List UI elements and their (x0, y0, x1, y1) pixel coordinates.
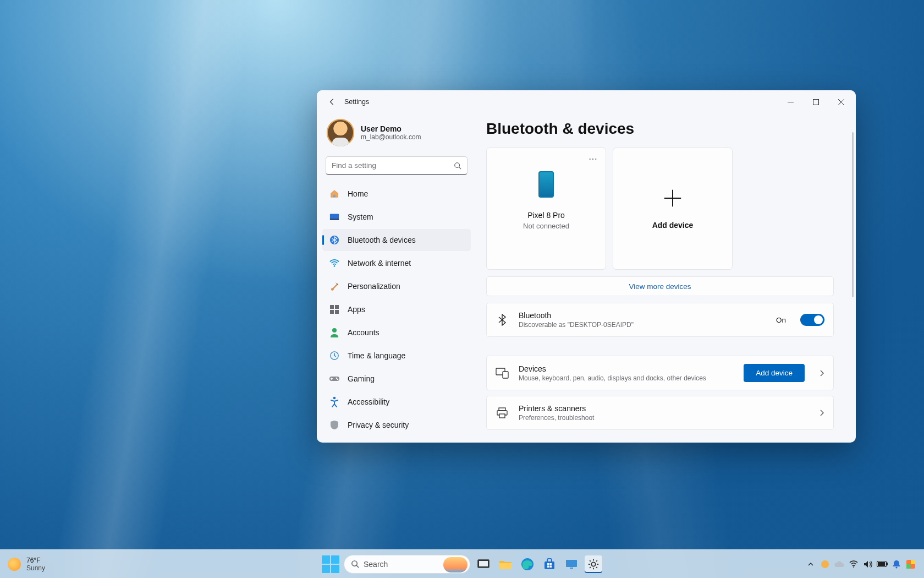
nav-home[interactable]: Home (322, 183, 471, 205)
svg-rect-28 (547, 563, 549, 565)
view-more-devices-label: View more devices (629, 282, 691, 291)
taskbar: 76°F Sunny Search (0, 549, 924, 578)
svg-point-16 (333, 397, 336, 400)
maximize-icon (813, 99, 819, 105)
nav-apps[interactable]: Apps (322, 298, 471, 320)
edge-icon (521, 558, 534, 571)
tray-app-icon-1[interactable] (820, 559, 831, 570)
nav-bluetooth-label: Bluetooth & devices (348, 236, 416, 244)
svg-rect-31 (550, 565, 552, 568)
view-more-devices-link[interactable]: View more devices (486, 276, 834, 296)
tray-battery-icon[interactable] (877, 559, 888, 570)
bluetooth-row-title: Bluetooth (519, 311, 766, 320)
nav-apps-label: Apps (348, 305, 365, 314)
tray-chevron-up-icon[interactable] (805, 559, 816, 570)
nav-network[interactable]: Network & internet (322, 252, 471, 274)
folder-icon (499, 559, 512, 570)
taskbar-explorer[interactable] (497, 555, 514, 573)
taskview-icon (477, 559, 490, 569)
nav-personalization[interactable]: Personalization (322, 275, 471, 297)
devices-row-subtitle: Mouse, keyboard, pen, audio, displays an… (519, 374, 734, 382)
taskbar-search[interactable]: Search (344, 555, 470, 574)
sidebar-search-input[interactable] (332, 161, 454, 170)
svg-rect-32 (566, 560, 577, 567)
devices-icon (496, 367, 509, 380)
nav-accessibility[interactable]: Accessibility (322, 391, 471, 413)
nav-gaming-label: Gaming (348, 374, 375, 383)
maximize-button[interactable] (803, 93, 828, 111)
device-card-status: Not connected (523, 222, 569, 230)
system-icon (329, 211, 340, 222)
add-device-card[interactable]: Add device (613, 148, 733, 270)
profile-email: m_lab@outlook.com (361, 133, 421, 141)
printers-row[interactable]: Printers & scanners Preferences, trouble… (486, 396, 834, 430)
sun-icon (8, 558, 21, 571)
tray-wifi-icon[interactable] (848, 559, 859, 570)
bluetooth-toggle[interactable] (800, 314, 824, 326)
nav-accounts[interactable]: Accounts (322, 321, 471, 343)
shield-icon (329, 419, 340, 430)
nav-time[interactable]: Time & language (322, 345, 471, 367)
search-icon (454, 162, 461, 170)
svg-point-36 (853, 566, 854, 568)
taskbar-tray (805, 559, 924, 570)
nav-bluetooth[interactable]: Bluetooth & devices (322, 229, 471, 251)
minimize-icon (788, 99, 794, 105)
svg-rect-4 (330, 219, 339, 220)
svg-rect-7 (330, 305, 334, 309)
device-card-more[interactable]: ⋯ (588, 154, 598, 164)
nav-privacy-label: Privacy & security (348, 421, 409, 429)
window-title: Settings (344, 98, 369, 106)
tray-onedrive-icon[interactable] (834, 559, 845, 570)
taskbar-search-placeholder: Search (364, 560, 388, 569)
monitor-icon (565, 559, 578, 570)
nav-system[interactable]: System (322, 206, 471, 228)
store-icon (543, 558, 556, 570)
add-device-button[interactable]: Add device (744, 364, 805, 382)
page-title: Bluetooth & devices (486, 120, 845, 138)
search-highlight-icon (443, 557, 468, 572)
taskbar-settings[interactable] (585, 555, 602, 573)
svg-rect-10 (335, 310, 339, 314)
svg-rect-18 (503, 372, 508, 378)
bluetooth-row-subtitle: Discoverable as "DESKTOP-0SEAIPD" (519, 321, 766, 329)
devices-row[interactable]: Devices Mouse, keyboard, pen, audio, dis… (486, 356, 834, 390)
plus-icon (662, 188, 683, 209)
taskbar-app-generic[interactable] (563, 555, 580, 573)
add-device-label: Add device (652, 221, 694, 230)
apps-icon (329, 304, 340, 315)
svg-point-34 (591, 562, 595, 566)
nav-personalization-label: Personalization (348, 282, 400, 291)
profile-block[interactable]: User Demo m_lab@outlook.com (322, 116, 471, 154)
svg-point-35 (821, 560, 829, 568)
bluetooth-state-label: On (776, 316, 786, 324)
svg-rect-25 (479, 561, 488, 566)
brush-icon (329, 281, 340, 292)
windows-logo-icon (322, 555, 339, 573)
nav-gaming[interactable]: Gaming (322, 368, 471, 390)
weather-temp: 76°F (26, 557, 45, 564)
svg-rect-27 (544, 561, 554, 569)
taskbar-edge[interactable] (519, 555, 536, 573)
close-button[interactable] (828, 93, 854, 111)
svg-rect-43 (906, 564, 911, 569)
start-button[interactable] (322, 555, 339, 573)
device-card-pixel[interactable]: ⋯ Pixel 8 Pro Not connected (486, 148, 606, 270)
back-button[interactable] (324, 94, 340, 110)
tray-volume-icon[interactable] (862, 559, 873, 570)
clock-icon (329, 350, 340, 361)
minimize-button[interactable] (778, 93, 803, 111)
taskbar-store[interactable] (541, 555, 558, 573)
sidebar-search[interactable] (326, 156, 468, 175)
taskbar-weather[interactable]: 76°F Sunny (0, 557, 45, 572)
bluetooth-icon (329, 235, 340, 246)
phone-icon (538, 171, 554, 198)
svg-rect-9 (330, 310, 334, 314)
tray-notification-icon[interactable] (891, 559, 902, 570)
scrollbar[interactable] (852, 132, 854, 297)
taskbar-taskview[interactable] (475, 555, 492, 573)
search-icon (351, 560, 359, 568)
svg-rect-42 (911, 560, 915, 564)
nav-privacy[interactable]: Privacy & security (322, 414, 471, 436)
tray-app-icon-2[interactable] (905, 559, 916, 570)
